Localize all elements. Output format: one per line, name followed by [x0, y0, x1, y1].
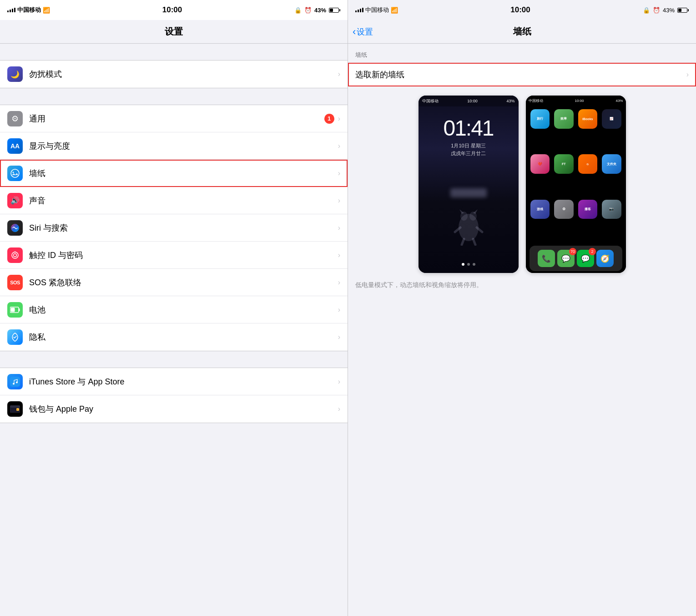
itunes-chevron: ›	[338, 378, 340, 386]
left-nav-header: 设置	[0, 20, 348, 44]
right-panel: 中国移动 📶 10:00 🔒 ⏰ 43% ‹ 设置 墙纸 墙纸 选取新的墙纸	[348, 0, 696, 616]
svg-line-19	[473, 239, 475, 245]
right-nav-header: ‹ 设置 墙纸	[348, 20, 696, 44]
dock-messages: 💬 70	[557, 250, 575, 267]
settings-item-privacy[interactable]: 隐私 ›	[0, 323, 348, 351]
privacy-label: 隐私	[29, 332, 338, 343]
svg-point-3	[12, 252, 18, 258]
svg-rect-7	[11, 308, 15, 312]
display-chevron: ›	[338, 142, 340, 150]
app-efficiency: 效率	[554, 109, 574, 129]
rs-bar-4	[362, 8, 363, 12]
back-chevron-icon: ‹	[353, 26, 356, 38]
settings-item-siri[interactable]: Siri 与搜索 ›	[0, 214, 348, 242]
itunes-icon	[7, 374, 23, 389]
itunes-svg	[10, 377, 20, 387]
wallpaper-chevron: ›	[338, 169, 340, 177]
svg-point-0	[11, 169, 19, 177]
right-signal: 中国移动 📶	[355, 6, 398, 14]
general-icon: ⚙	[7, 111, 23, 126]
siri-icon	[7, 220, 23, 236]
signal-bar-1	[7, 10, 9, 12]
sounds-chevron: ›	[338, 197, 340, 205]
settings-item-wallpaper[interactable]: 墙纸 ›	[0, 160, 348, 187]
app-camera: 📷	[602, 200, 621, 219]
lock-dots	[462, 263, 475, 266]
svg-rect-12	[10, 405, 20, 408]
right-lock-icon: 🔒	[643, 7, 650, 14]
svg-rect-6	[19, 308, 20, 311]
settings-item-display[interactable]: AA 显示与亮度 ›	[0, 132, 348, 160]
display-label: 显示与亮度	[29, 141, 338, 151]
settings-item-general[interactable]: ⚙ 通用 1 ›	[0, 105, 348, 132]
battery-icon-container	[7, 302, 23, 318]
app-settings-home: ⚙	[554, 200, 574, 219]
wallet-label: 钱包与 Apple Pay	[29, 404, 338, 414]
new-wallpaper-row[interactable]: 选取新的墙纸 ›	[348, 63, 696, 86]
settings-item-dnd[interactable]: 🌙 勿扰模式 ›	[0, 61, 348, 88]
left-title: 设置	[165, 25, 183, 38]
wallet-chevron: ›	[338, 405, 340, 413]
left-signal: 中国移动 📶	[7, 6, 50, 14]
sos-icon: SOS	[7, 275, 23, 290]
home-screen-preview-thumb[interactable]: 中国移动 10:00 43% 旅行 效率 iBooks 📈 ❤️ FT G 文件…	[526, 96, 626, 273]
section-gap-1	[0, 44, 348, 60]
messages-badge: 70	[569, 248, 576, 255]
lock-screen-preview: 中国移动 10:00 43% 01:41 1月10日 星期三 戊戌年三月廿二	[419, 96, 519, 273]
settings-item-sounds[interactable]: 🔊 声音 ›	[0, 187, 348, 214]
section-gap-2	[0, 88, 348, 105]
general-label: 通用	[29, 113, 324, 124]
right-battery-body	[677, 8, 687, 13]
sounds-label: 声音	[29, 195, 338, 206]
right-status-right: 🔒 ⏰ 43%	[643, 7, 689, 14]
right-battery-text: 43%	[663, 7, 675, 14]
settings-group-dnd: 🌙 勿扰模式 ›	[0, 60, 348, 88]
new-wallpaper-chevron: ›	[686, 71, 689, 79]
right-title: 墙纸	[513, 25, 531, 38]
alarm-icon: ⏰	[304, 7, 312, 14]
lock-dot-3	[473, 263, 475, 266]
app-game: 游戏	[530, 200, 550, 219]
section-gap-3	[0, 351, 348, 368]
wallet-icon	[7, 401, 23, 417]
back-button[interactable]: ‹ 设置	[353, 26, 373, 38]
lock-dot-2	[467, 263, 470, 266]
app-travel: 旅行	[530, 109, 550, 129]
wallpaper-section-label: 墙纸	[348, 44, 696, 63]
lock-preview-status: 中国移动 10:00 43%	[419, 96, 519, 106]
battery-body	[329, 8, 339, 13]
home-screen-preview: 中国移动 10:00 43% 旅行 效率 iBooks 📈 ❤️ FT G 文件…	[526, 96, 626, 273]
app-files: 文件夹	[602, 154, 621, 174]
settings-item-battery[interactable]: 电池 ›	[0, 296, 348, 323]
battery-label: 电池	[29, 304, 338, 315]
general-badge: 1	[324, 114, 334, 124]
settings-item-itunes[interactable]: iTunes Store 与 App Store ›	[0, 368, 348, 395]
home-carrier-preview: 中国移动	[529, 98, 543, 103]
wallpaper-label: 墙纸	[29, 168, 338, 179]
settings-item-touchid[interactable]: 触控 ID 与密码 ›	[0, 242, 348, 269]
settings-item-sos[interactable]: SOS SOS 紧急联络 ›	[0, 269, 348, 296]
rs-bar-1	[355, 10, 357, 12]
dnd-label: 勿扰模式	[29, 69, 338, 80]
privacy-svg	[10, 332, 20, 342]
home-time-preview: 10:00	[575, 99, 584, 103]
home-dock: 📞 💬 70 💬 2 🧭	[530, 246, 622, 271]
lock-dot-1	[462, 263, 464, 266]
sos-chevron: ›	[338, 278, 340, 287]
right-status-bar: 中国移动 📶 10:00 🔒 ⏰ 43%	[348, 0, 696, 20]
svg-line-18	[462, 239, 464, 245]
lock-lunar-display: 戊戌年三月廿二	[451, 150, 486, 157]
siri-icon-svg	[10, 223, 20, 233]
wechat-badge: 2	[589, 248, 596, 255]
lock-carrier: 中国移动	[422, 98, 439, 104]
right-wifi-icon: 📶	[391, 7, 398, 14]
lock-screen-preview-thumb[interactable]: 中国移动 10:00 43% 01:41 1月10日 星期三 戊戌年三月廿二	[419, 96, 519, 273]
right-content: 墙纸 选取新的墙纸 › 中国移动 10:00 43% 01:41 1月10日 星…	[348, 44, 696, 616]
lock-battery-status: 43%	[506, 99, 514, 103]
notice-text: 低电量模式下，动态墙纸和视角缩放将停用。	[348, 273, 696, 297]
settings-item-wallet[interactable]: 钱包与 Apple Pay ›	[0, 395, 348, 423]
signal-bars	[7, 8, 15, 12]
settings-group-main: ⚙ 通用 1 › AA 显示与亮度 ›	[0, 105, 348, 351]
blur-overlay	[450, 188, 487, 197]
touchid-icon	[7, 247, 23, 263]
